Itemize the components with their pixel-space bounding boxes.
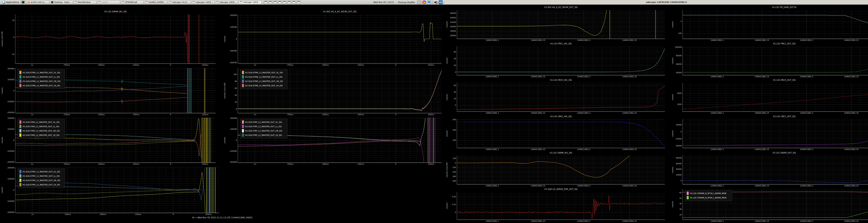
plot-h1-lsc-prcl-in1-dq[interactable]: 1446412891.11446412891.151446412891.2144…: [445, 42, 666, 78]
minimized-window-button[interactable]: [273, 0, 277, 4]
svg-text:counts: counts: [446, 94, 448, 100]
svg-text:-500ms: -500ms: [99, 213, 106, 215]
plot-h1-lsc-prcl-out-dq[interactable]: 1446412891.11446412891.151446412891.2144…: [671, 42, 868, 78]
task-button[interactable]: aLIGO LHO Lo...: [26, 1, 49, 4]
window-icon: [146, 1, 148, 3]
svg-text:counts: counts: [1, 87, 3, 94]
svg-text:1446412891.15: 1446412891.15: [755, 39, 769, 41]
svg-text:-1s: -1s: [31, 113, 33, 116]
task-button[interactable]: MainWindow: [73, 1, 96, 4]
svg-text:1446412891.1: 1446412891.1: [486, 76, 499, 78]
plot-h1-lsc-srcl-out-dq[interactable]: 1446412891.11446412891.151446412891.2144…: [671, 115, 868, 151]
task-button[interactable]: ndscope: LOCK...: [191, 1, 214, 4]
plot-h1-lsc-pr-gain-out16[interactable]: 1446412891.11446412891.151446412891.2144…: [671, 5, 868, 42]
svg-text:1446412891.1: 1446412891.1: [711, 185, 724, 187]
task-button[interactable]: GUARD_OVERV...: [144, 1, 167, 4]
minimized-window-button[interactable]: [268, 0, 273, 4]
task-button[interactable]: Desktop : bash ...: [50, 1, 73, 4]
svg-text:40: 40: [454, 58, 456, 60]
minimized-window-button[interactable]: [278, 0, 282, 4]
svg-text:H1:ASC-AS_A_DC_NSUM_OUT_DQ: H1:ASC-AS_A_DC_NSUM_OUT_DQ: [544, 6, 578, 8]
svg-text:H1:SUS-ITMY_L2_MASTER_OUT_LL_D: H1:SUS-ITMY_L2_MASTER_OUT_LL_DQ: [245, 125, 282, 128]
minimized-window-button[interactable]: [264, 0, 268, 4]
task-button-label: medm: [101, 1, 108, 3]
task-button-label: ndscope: LOCK...: [196, 1, 213, 3]
svg-text:250ms: 250ms: [428, 64, 434, 66]
svg-text:-500ms: -500ms: [322, 163, 329, 165]
svg-text:1446412891.2: 1446412891.2: [577, 185, 590, 187]
calculator-icon[interactable]: [417, 0, 421, 4]
window-icon: [269, 1, 272, 3]
minimized-window-button[interactable]: [282, 0, 287, 4]
svg-text:-250ms: -250ms: [134, 213, 142, 215]
svg-text:40000: 40000: [676, 168, 682, 170]
svg-text:1446412891.25: 1446412891.25: [622, 148, 637, 150]
minimized-window-button[interactable]: [297, 0, 301, 4]
plot-h1-sus-itmx-l2-master-out[interactable]: -1s-750ms-500ms-250ms0250ms2000001000000…: [1, 116, 217, 165]
ndscope-right-window: ndscope: LOCKLOSS 1446423482.0 ^ _ ▫ ✕ 1…: [444, 0, 868, 223]
svg-text:250ms: 250ms: [205, 213, 212, 215]
svg-text:58000: 58000: [450, 30, 456, 32]
svg-text:counts: counts: [446, 58, 448, 64]
svg-text:60: 60: [679, 192, 682, 194]
terminal-icon: [279, 1, 281, 3]
svg-text:1446412891.15: 1446412891.15: [755, 220, 769, 222]
svg-text:0: 0: [455, 211, 456, 213]
svg-text:-250ms: -250ms: [132, 163, 140, 165]
plot-h1-sqz-lo-servo-err-out-dq[interactable]: 1446412891.11446412891.151446412891.2144…: [445, 187, 666, 222]
plot-h1-lsc-mich-in1-dq[interactable]: 1446412891.11446412891.151446412891.2144…: [445, 78, 666, 114]
svg-text:H1:SUS-ETMY_L2_MASTER_OUT_LL_D: H1:SUS-ETMY_L2_MASTER_OUT_LL_DQ: [23, 175, 60, 177]
svg-text:200000: 200000: [7, 117, 14, 119]
task-button-label: Desktop : bash ...: [54, 1, 71, 3]
task-button[interactable]: medm: [97, 1, 120, 4]
plot-h1-sus-etmx-l3-master-out[interactable]: -1s-750ms-500ms-250ms0250ms100806040200c…: [223, 67, 443, 116]
svg-text:100000: 100000: [230, 128, 237, 130]
svg-text:40: 40: [454, 91, 456, 93]
plot-h1-lsc-darm-in1-dq[interactable]: -1s-750ms-500ms-250ms0250ms100-10H1:LSC-…: [1, 10, 217, 66]
svg-text:1446412891.25: 1446412891.25: [844, 112, 859, 114]
plot-h1-lsc-darm-out-dq[interactable]: 1446412891.11446412891.151446412891.2144…: [671, 151, 868, 187]
terminal-icon: [22, 1, 25, 3]
monitor-icon[interactable]: [439, 0, 443, 4]
t0-label: t0 = Wed Nov 05 2025 21:21:13 UTC [14464…: [0, 216, 444, 219]
screenshot-icon[interactable]: [427, 0, 431, 4]
task-button[interactable]: ndscope: LOCK...: [239, 1, 261, 4]
svg-text:1446412891.25: 1446412891.25: [622, 185, 637, 187]
svg-text:1446412891.25: 1446412891.25: [844, 148, 859, 150]
task-button[interactable]: ndscope: H1:G...: [168, 1, 191, 4]
svg-text:-20000: -20000: [675, 138, 682, 140]
svg-text:1446412891.25: 1446412891.25: [622, 76, 637, 78]
svg-text:0: 0: [236, 108, 237, 110]
plot-h1-sus-etmy-l2-master-out[interactable]: -1s-750ms-500ms-250ms0250ms2000001000000…: [1, 166, 220, 216]
task-button-label: SITEMAP.adl: [125, 1, 137, 3]
svg-text:40: 40: [679, 202, 682, 205]
minimized-window-button[interactable]: [287, 0, 291, 4]
plot-h1-sus-etmx-l2-master-out[interactable]: -1s-750ms-500ms-250ms0250ms2000001000000…: [1, 67, 217, 116]
svg-text:200: 200: [453, 139, 456, 141]
flame-icon[interactable]: [422, 1, 426, 4]
svg-text:counts: counts: [672, 130, 674, 137]
minimized-window-button[interactable]: [292, 0, 296, 4]
terminal-launcher-button[interactable]: [21, 0, 26, 4]
window-icon: [274, 1, 276, 3]
task-button-label: ndscope: H1:G...: [172, 1, 189, 3]
svg-text:1446412891.25: 1446412891.25: [622, 39, 637, 41]
applications-menu-button[interactable]: Applications: [1, 0, 20, 4]
plot-h1-asc-as-a-dc-nsum-out-dq-zoom[interactable]: 1446412891.11446412891.151446412891.2144…: [445, 5, 666, 42]
svg-text:1446412891.25: 1446412891.25: [844, 185, 859, 187]
plot-h1-lsc-mich-out-dq[interactable]: 1446412891.11446412891.151446412891.2144…: [671, 78, 868, 114]
svg-text:H1:SUS-ETMX_L3_MASTER_OUT_LL_D: H1:SUS-ETMX_L3_MASTER_OUT_LL_DQ: [245, 76, 282, 78]
plot-h1-sus-itmy-l2-master-out[interactable]: -1s-750ms-500ms-250ms0250ms2000001000000…: [223, 116, 443, 165]
taskbar: Applications aLIGO LHO Lo...Desktop : ba…: [0, 0, 444, 5]
svg-text:0: 0: [13, 189, 14, 191]
plot-h1-asc-as-a-dc-nsum-out-dq[interactable]: -1s-750ms-500ms-250ms0250ms2000001000000…: [223, 10, 443, 66]
plot-h1-lsc-popair-norm-mon[interactable]: 1446412891.11446412891.151446412891.2144…: [671, 187, 868, 222]
svg-text:-750ms: -750ms: [287, 64, 293, 66]
plot-h1-lsc-srcl-in1-dq[interactable]: 1446412891.11446412891.151446412891.2144…: [445, 115, 666, 151]
task-button[interactable]: ndscope: LOCK...: [215, 1, 238, 4]
volume-icon[interactable]: [434, 1, 438, 4]
task-button[interactable]: SITEMAP.adl: [121, 1, 144, 4]
svg-text:-750ms: -750ms: [63, 64, 70, 66]
svg-text:-100000: -100000: [7, 150, 14, 152]
plot-h1-lsc-darm-in1-dq-zoom[interactable]: 1446412891.11446412891.151446412891.2144…: [445, 151, 666, 187]
